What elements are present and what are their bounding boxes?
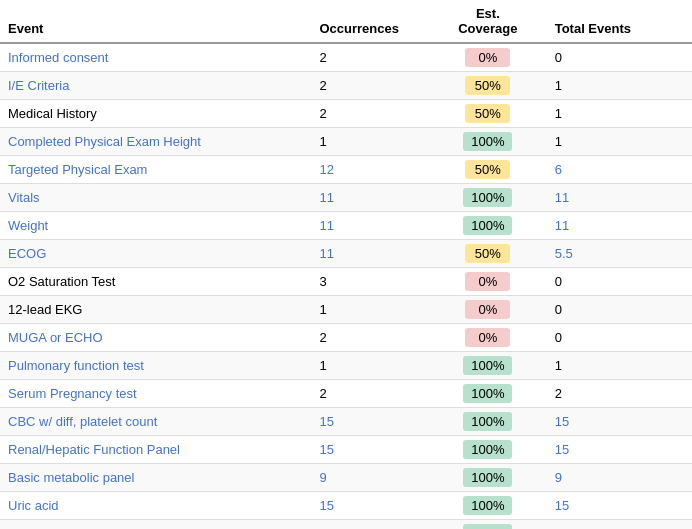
coverage-value: 0% [429, 296, 547, 324]
table-row: Basic metabolic panel 9 100% 9 [0, 464, 692, 492]
header-occurrences: Occurrences [311, 0, 429, 43]
occurrences-value: 11 [311, 184, 429, 212]
coverage-value: 50% [429, 156, 547, 184]
occurrences-value: 15 [311, 408, 429, 436]
event-name: Uric acid [0, 492, 311, 520]
table-row: O2 Saturation Test 3 0% 0 [0, 268, 692, 296]
event-name: Vitals [0, 184, 311, 212]
occurrences-value: 1 [311, 296, 429, 324]
total-events-value: 6 [547, 156, 692, 184]
coverage-value: 50% [429, 100, 547, 128]
event-name: O2 Saturation Test [0, 268, 311, 296]
total-events-value: 1 [547, 100, 692, 128]
event-name: MUGA or ECHO [0, 324, 311, 352]
coverage-value: 100% [429, 212, 547, 240]
coverage-value: 100% [429, 436, 547, 464]
table-row: I/E Criteria 2 50% 1 [0, 72, 692, 100]
coverage-value: 50% [429, 72, 547, 100]
table-row: MUGA or ECHO 2 0% 0 [0, 324, 692, 352]
occurrences-value: 2 [311, 43, 429, 72]
main-table-container: Event Occurrences Est.Coverage Total Eve… [0, 0, 692, 529]
total-events-value: 2 [547, 380, 692, 408]
table-row: CBC w/ diff, platelet count 15 100% 15 [0, 408, 692, 436]
event-name: 12-lead EKG [0, 296, 311, 324]
header-total-events: Total Events [547, 0, 692, 43]
coverage-value: 100% [429, 408, 547, 436]
event-name: Renal/Hepatic Function Panel [0, 436, 311, 464]
table-row: ECOG 11 50% 5.5 [0, 240, 692, 268]
table-row: Pulmonary function test 1 100% 1 [0, 352, 692, 380]
occurrences-value: 1 [311, 128, 429, 156]
event-name: Inflammatory Markers [0, 520, 311, 530]
coverage-value: 50% [429, 240, 547, 268]
table-row: Serum Pregnancy test 2 100% 2 [0, 380, 692, 408]
total-events-value: 9 [547, 464, 692, 492]
table-row: 12-lead EKG 1 0% 0 [0, 296, 692, 324]
table-row: Informed consent 2 0% 0 [0, 43, 692, 72]
event-name: Informed consent [0, 43, 311, 72]
total-events-value: 1 [547, 520, 692, 530]
total-events-value: 5.5 [547, 240, 692, 268]
occurrences-value: 1 [311, 352, 429, 380]
event-name: Basic metabolic panel [0, 464, 311, 492]
occurrences-value: 15 [311, 436, 429, 464]
event-name: Weight [0, 212, 311, 240]
coverage-value: 100% [429, 184, 547, 212]
occurrences-value: 2 [311, 324, 429, 352]
occurrences-value: 11 [311, 240, 429, 268]
occurrences-value: 1 [311, 520, 429, 530]
coverage-value: 100% [429, 128, 547, 156]
occurrences-value: 2 [311, 380, 429, 408]
total-events-value: 1 [547, 72, 692, 100]
table-row: Renal/Hepatic Function Panel 15 100% 15 [0, 436, 692, 464]
total-events-value: 11 [547, 212, 692, 240]
table-row: Completed Physical Exam Height 1 100% 1 [0, 128, 692, 156]
event-name: ECOG [0, 240, 311, 268]
total-events-value: 15 [547, 492, 692, 520]
total-events-value: 0 [547, 43, 692, 72]
total-events-value: 15 [547, 436, 692, 464]
occurrences-value: 2 [311, 100, 429, 128]
coverage-value: 0% [429, 43, 547, 72]
occurrences-value: 2 [311, 72, 429, 100]
event-name: Serum Pregnancy test [0, 380, 311, 408]
occurrences-value: 12 [311, 156, 429, 184]
table-row: Targeted Physical Exam 12 50% 6 [0, 156, 692, 184]
total-events-value: 0 [547, 324, 692, 352]
coverage-value: 100% [429, 520, 547, 530]
event-name: Targeted Physical Exam [0, 156, 311, 184]
total-events-value: 15 [547, 408, 692, 436]
total-events-value: 1 [547, 128, 692, 156]
occurrences-value: 15 [311, 492, 429, 520]
table-row: Medical History 2 50% 1 [0, 100, 692, 128]
total-events-value: 0 [547, 268, 692, 296]
total-events-value: 0 [547, 296, 692, 324]
header-est-coverage: Est.Coverage [429, 0, 547, 43]
coverage-value: 100% [429, 352, 547, 380]
event-name: Pulmonary function test [0, 352, 311, 380]
coverage-value: 100% [429, 464, 547, 492]
coverage-value: 100% [429, 380, 547, 408]
table-row: Weight 11 100% 11 [0, 212, 692, 240]
header-event: Event [0, 0, 311, 43]
total-events-value: 11 [547, 184, 692, 212]
occurrences-value: 3 [311, 268, 429, 296]
table-row: Inflammatory Markers 1 100% 1 [0, 520, 692, 530]
events-table: Event Occurrences Est.Coverage Total Eve… [0, 0, 692, 529]
total-events-value: 1 [547, 352, 692, 380]
event-name: I/E Criteria [0, 72, 311, 100]
coverage-value: 0% [429, 324, 547, 352]
event-name: CBC w/ diff, platelet count [0, 408, 311, 436]
coverage-value: 0% [429, 268, 547, 296]
event-name: Completed Physical Exam Height [0, 128, 311, 156]
occurrences-value: 11 [311, 212, 429, 240]
event-name: Medical History [0, 100, 311, 128]
table-row: Vitals 11 100% 11 [0, 184, 692, 212]
occurrences-value: 9 [311, 464, 429, 492]
coverage-value: 100% [429, 492, 547, 520]
table-row: Uric acid 15 100% 15 [0, 492, 692, 520]
